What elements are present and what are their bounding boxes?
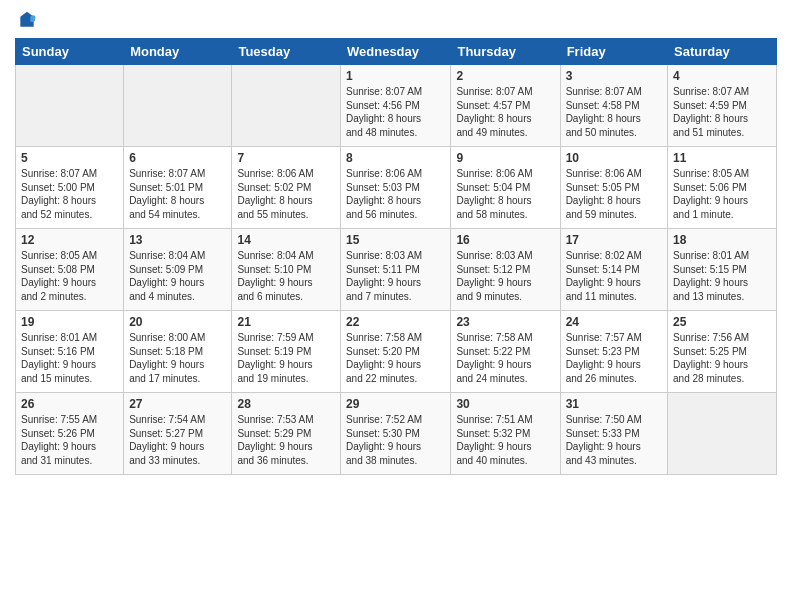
calendar-cell: 26Sunrise: 7:55 AM Sunset: 5:26 PM Dayli… <box>16 393 124 475</box>
day-number: 27 <box>129 397 226 411</box>
day-number: 25 <box>673 315 771 329</box>
calendar-cell: 9Sunrise: 8:06 AM Sunset: 5:04 PM Daylig… <box>451 147 560 229</box>
day-number: 2 <box>456 69 554 83</box>
day-number: 18 <box>673 233 771 247</box>
weekday-header-friday: Friday <box>560 39 667 65</box>
page-container: SundayMondayTuesdayWednesdayThursdayFrid… <box>0 0 792 485</box>
calendar-cell: 4Sunrise: 8:07 AM Sunset: 4:59 PM Daylig… <box>668 65 777 147</box>
day-info: Sunrise: 8:04 AM Sunset: 5:09 PM Dayligh… <box>129 249 226 303</box>
day-info: Sunrise: 8:01 AM Sunset: 5:15 PM Dayligh… <box>673 249 771 303</box>
day-number: 20 <box>129 315 226 329</box>
calendar-cell: 24Sunrise: 7:57 AM Sunset: 5:23 PM Dayli… <box>560 311 667 393</box>
calendar-cell: 10Sunrise: 8:06 AM Sunset: 5:05 PM Dayli… <box>560 147 667 229</box>
day-info: Sunrise: 8:02 AM Sunset: 5:14 PM Dayligh… <box>566 249 662 303</box>
calendar-cell: 5Sunrise: 8:07 AM Sunset: 5:00 PM Daylig… <box>16 147 124 229</box>
day-number: 7 <box>237 151 335 165</box>
day-number: 14 <box>237 233 335 247</box>
calendar-cell: 6Sunrise: 8:07 AM Sunset: 5:01 PM Daylig… <box>124 147 232 229</box>
day-info: Sunrise: 7:52 AM Sunset: 5:30 PM Dayligh… <box>346 413 445 467</box>
header <box>15 10 777 30</box>
day-info: Sunrise: 7:51 AM Sunset: 5:32 PM Dayligh… <box>456 413 554 467</box>
calendar-cell: 17Sunrise: 8:02 AM Sunset: 5:14 PM Dayli… <box>560 229 667 311</box>
day-info: Sunrise: 8:03 AM Sunset: 5:11 PM Dayligh… <box>346 249 445 303</box>
day-info: Sunrise: 7:56 AM Sunset: 5:25 PM Dayligh… <box>673 331 771 385</box>
calendar-cell: 27Sunrise: 7:54 AM Sunset: 5:27 PM Dayli… <box>124 393 232 475</box>
calendar-cell: 11Sunrise: 8:05 AM Sunset: 5:06 PM Dayli… <box>668 147 777 229</box>
day-info: Sunrise: 7:57 AM Sunset: 5:23 PM Dayligh… <box>566 331 662 385</box>
day-info: Sunrise: 8:06 AM Sunset: 5:03 PM Dayligh… <box>346 167 445 221</box>
day-info: Sunrise: 8:07 AM Sunset: 5:00 PM Dayligh… <box>21 167 118 221</box>
day-info: Sunrise: 8:07 AM Sunset: 5:01 PM Dayligh… <box>129 167 226 221</box>
day-info: Sunrise: 8:05 AM Sunset: 5:06 PM Dayligh… <box>673 167 771 221</box>
week-row-1: 1Sunrise: 8:07 AM Sunset: 4:56 PM Daylig… <box>16 65 777 147</box>
calendar-cell: 19Sunrise: 8:01 AM Sunset: 5:16 PM Dayli… <box>16 311 124 393</box>
day-number: 26 <box>21 397 118 411</box>
calendar-cell: 3Sunrise: 8:07 AM Sunset: 4:58 PM Daylig… <box>560 65 667 147</box>
day-number: 23 <box>456 315 554 329</box>
day-info: Sunrise: 7:59 AM Sunset: 5:19 PM Dayligh… <box>237 331 335 385</box>
calendar-cell: 18Sunrise: 8:01 AM Sunset: 5:15 PM Dayli… <box>668 229 777 311</box>
day-number: 6 <box>129 151 226 165</box>
calendar-cell: 22Sunrise: 7:58 AM Sunset: 5:20 PM Dayli… <box>341 311 451 393</box>
day-info: Sunrise: 7:58 AM Sunset: 5:22 PM Dayligh… <box>456 331 554 385</box>
calendar-cell: 23Sunrise: 7:58 AM Sunset: 5:22 PM Dayli… <box>451 311 560 393</box>
day-number: 9 <box>456 151 554 165</box>
calendar-cell: 12Sunrise: 8:05 AM Sunset: 5:08 PM Dayli… <box>16 229 124 311</box>
calendar-cell: 20Sunrise: 8:00 AM Sunset: 5:18 PM Dayli… <box>124 311 232 393</box>
calendar-table: SundayMondayTuesdayWednesdayThursdayFrid… <box>15 38 777 475</box>
day-number: 13 <box>129 233 226 247</box>
calendar-cell: 25Sunrise: 7:56 AM Sunset: 5:25 PM Dayli… <box>668 311 777 393</box>
weekday-header-row: SundayMondayTuesdayWednesdayThursdayFrid… <box>16 39 777 65</box>
day-number: 5 <box>21 151 118 165</box>
day-number: 8 <box>346 151 445 165</box>
day-info: Sunrise: 7:55 AM Sunset: 5:26 PM Dayligh… <box>21 413 118 467</box>
day-info: Sunrise: 8:00 AM Sunset: 5:18 PM Dayligh… <box>129 331 226 385</box>
day-info: Sunrise: 8:03 AM Sunset: 5:12 PM Dayligh… <box>456 249 554 303</box>
calendar-cell <box>124 65 232 147</box>
day-info: Sunrise: 8:06 AM Sunset: 5:04 PM Dayligh… <box>456 167 554 221</box>
weekday-header-wednesday: Wednesday <box>341 39 451 65</box>
day-info: Sunrise: 8:07 AM Sunset: 4:59 PM Dayligh… <box>673 85 771 139</box>
day-number: 15 <box>346 233 445 247</box>
day-number: 31 <box>566 397 662 411</box>
calendar-cell: 8Sunrise: 8:06 AM Sunset: 5:03 PM Daylig… <box>341 147 451 229</box>
logo <box>15 10 37 30</box>
calendar-cell: 1Sunrise: 8:07 AM Sunset: 4:56 PM Daylig… <box>341 65 451 147</box>
logo-icon <box>17 10 37 30</box>
calendar-cell <box>668 393 777 475</box>
day-number: 10 <box>566 151 662 165</box>
calendar-cell: 21Sunrise: 7:59 AM Sunset: 5:19 PM Dayli… <box>232 311 341 393</box>
day-number: 1 <box>346 69 445 83</box>
week-row-5: 26Sunrise: 7:55 AM Sunset: 5:26 PM Dayli… <box>16 393 777 475</box>
day-info: Sunrise: 8:07 AM Sunset: 4:56 PM Dayligh… <box>346 85 445 139</box>
day-number: 22 <box>346 315 445 329</box>
day-number: 19 <box>21 315 118 329</box>
day-number: 17 <box>566 233 662 247</box>
day-info: Sunrise: 7:54 AM Sunset: 5:27 PM Dayligh… <box>129 413 226 467</box>
calendar-cell: 15Sunrise: 8:03 AM Sunset: 5:11 PM Dayli… <box>341 229 451 311</box>
day-info: Sunrise: 7:53 AM Sunset: 5:29 PM Dayligh… <box>237 413 335 467</box>
day-info: Sunrise: 7:58 AM Sunset: 5:20 PM Dayligh… <box>346 331 445 385</box>
weekday-header-monday: Monday <box>124 39 232 65</box>
day-number: 3 <box>566 69 662 83</box>
day-number: 28 <box>237 397 335 411</box>
day-info: Sunrise: 8:04 AM Sunset: 5:10 PM Dayligh… <box>237 249 335 303</box>
calendar-cell: 16Sunrise: 8:03 AM Sunset: 5:12 PM Dayli… <box>451 229 560 311</box>
weekday-header-sunday: Sunday <box>16 39 124 65</box>
day-info: Sunrise: 8:07 AM Sunset: 4:57 PM Dayligh… <box>456 85 554 139</box>
calendar-cell: 31Sunrise: 7:50 AM Sunset: 5:33 PM Dayli… <box>560 393 667 475</box>
day-info: Sunrise: 8:05 AM Sunset: 5:08 PM Dayligh… <box>21 249 118 303</box>
week-row-4: 19Sunrise: 8:01 AM Sunset: 5:16 PM Dayli… <box>16 311 777 393</box>
week-row-2: 5Sunrise: 8:07 AM Sunset: 5:00 PM Daylig… <box>16 147 777 229</box>
day-number: 16 <box>456 233 554 247</box>
week-row-3: 12Sunrise: 8:05 AM Sunset: 5:08 PM Dayli… <box>16 229 777 311</box>
calendar-cell: 2Sunrise: 8:07 AM Sunset: 4:57 PM Daylig… <box>451 65 560 147</box>
day-info: Sunrise: 8:07 AM Sunset: 4:58 PM Dayligh… <box>566 85 662 139</box>
day-number: 12 <box>21 233 118 247</box>
day-info: Sunrise: 8:06 AM Sunset: 5:02 PM Dayligh… <box>237 167 335 221</box>
day-info: Sunrise: 8:01 AM Sunset: 5:16 PM Dayligh… <box>21 331 118 385</box>
calendar-cell: 30Sunrise: 7:51 AM Sunset: 5:32 PM Dayli… <box>451 393 560 475</box>
day-info: Sunrise: 7:50 AM Sunset: 5:33 PM Dayligh… <box>566 413 662 467</box>
weekday-header-tuesday: Tuesday <box>232 39 341 65</box>
day-number: 11 <box>673 151 771 165</box>
